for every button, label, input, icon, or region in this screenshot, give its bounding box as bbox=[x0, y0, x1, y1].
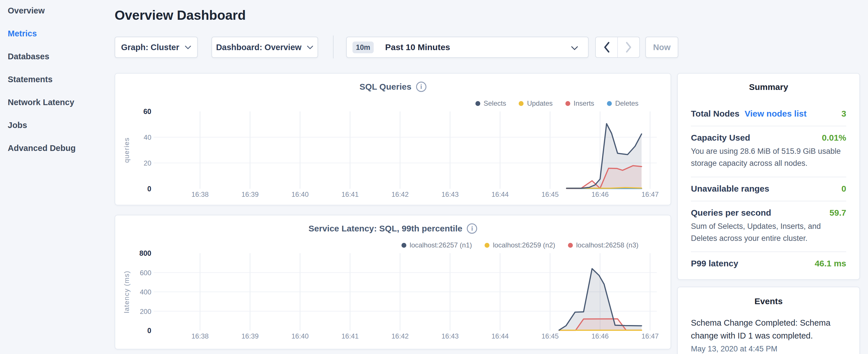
summary-row-total-nodes: Total Nodes View nodes list 3 bbox=[691, 102, 846, 126]
legend-dot bbox=[565, 101, 570, 106]
legend-label: Selects bbox=[484, 99, 506, 107]
svg-text:16:42: 16:42 bbox=[392, 190, 409, 198]
svg-text:16:39: 16:39 bbox=[241, 190, 258, 198]
sidebar-item-network-latency[interactable]: Network Latency bbox=[8, 97, 74, 108]
legend-label: localhost:26257 (n1) bbox=[410, 241, 472, 249]
svg-text:16:43: 16:43 bbox=[441, 332, 459, 340]
sidebar-item-databases[interactable]: Databases bbox=[8, 51, 49, 62]
svg-text:16:41: 16:41 bbox=[341, 190, 359, 198]
time-range-selector[interactable]: 10m Past 10 Minutes bbox=[346, 37, 589, 58]
event-text: Schema Change Completed: Schema change w… bbox=[691, 317, 846, 342]
summary-desc: Sum of Selects, Updates, Inserts, and De… bbox=[691, 221, 846, 245]
controls-divider bbox=[333, 35, 334, 58]
sql-queries-plot: 16:3816:3916:4016:4116:4216:4316:4416:45… bbox=[115, 74, 672, 205]
sql-queries-chart-card: SQL Queries i Selects Updates Inserts De… bbox=[115, 73, 671, 205]
svg-text:16:47: 16:47 bbox=[641, 332, 658, 340]
summary-label: Capacity Used bbox=[691, 133, 750, 142]
chevron-down-icon bbox=[571, 46, 578, 51]
sidebar-item-advanced-debug[interactable]: Advanced Debug bbox=[8, 142, 76, 154]
now-button[interactable]: Now bbox=[645, 37, 678, 58]
svg-text:600: 600 bbox=[140, 269, 151, 277]
svg-text:16:45: 16:45 bbox=[541, 332, 559, 340]
summary-row-p99-latency: P99 latency 46.1 ms bbox=[691, 252, 846, 276]
sidebar: Overview Metrics Databases Statements Ne… bbox=[0, 0, 115, 354]
svg-text:16:44: 16:44 bbox=[492, 332, 509, 340]
time-range-badge: 10m bbox=[352, 41, 374, 53]
chevron-right-icon bbox=[626, 42, 632, 53]
summary-row-capacity-used: Capacity Used 0.01% You are using 28.6 M… bbox=[691, 126, 846, 177]
time-next-button[interactable] bbox=[617, 37, 639, 57]
svg-text:16:39: 16:39 bbox=[241, 332, 258, 340]
dashboard-dropdown[interactable]: Dashboard: Overview bbox=[212, 37, 318, 58]
graph-dropdown[interactable]: Graph: Cluster bbox=[115, 37, 198, 58]
legend-dot bbox=[568, 243, 573, 248]
summary-label: Unavailable ranges bbox=[691, 184, 769, 194]
summary-value: 3 bbox=[841, 109, 846, 119]
chevron-down-icon bbox=[307, 45, 313, 50]
summary-value: 59.7 bbox=[830, 208, 846, 218]
legend-item: localhost:26258 (n3) bbox=[568, 241, 639, 249]
svg-text:16:45: 16:45 bbox=[541, 190, 559, 198]
chevron-left-icon bbox=[603, 42, 610, 53]
legend-item: Deletes bbox=[607, 99, 639, 107]
summary-row-unavailable-ranges: Unavailable ranges 0 bbox=[691, 177, 846, 201]
time-prev-button[interactable] bbox=[596, 37, 617, 57]
svg-text:200: 200 bbox=[140, 308, 151, 315]
sidebar-item-jobs[interactable]: Jobs bbox=[8, 120, 27, 131]
chart-title: SQL Queries bbox=[359, 82, 411, 92]
events-panel: Events Schema Change Completed: Schema c… bbox=[677, 287, 860, 354]
legend-item: Inserts bbox=[565, 99, 594, 107]
legend-label: localhost:26259 (n2) bbox=[493, 241, 555, 249]
time-nav-group bbox=[595, 37, 640, 58]
svg-text:20: 20 bbox=[144, 159, 151, 167]
summary-label: P99 latency bbox=[691, 259, 738, 268]
svg-text:16:40: 16:40 bbox=[291, 190, 309, 198]
svg-text:0: 0 bbox=[147, 326, 151, 334]
info-icon[interactable]: i bbox=[416, 82, 426, 92]
legend-item: Selects bbox=[475, 99, 506, 107]
event-item[interactable]: Schema Change Completed: Schema change w… bbox=[691, 317, 846, 353]
svg-text:16:44: 16:44 bbox=[492, 190, 509, 198]
svg-text:16:40: 16:40 bbox=[291, 332, 309, 340]
chart-legend: localhost:26257 (n1) localhost:26259 (n2… bbox=[401, 241, 639, 249]
svg-text:0: 0 bbox=[147, 185, 151, 193]
legend-label: Updates bbox=[527, 99, 553, 107]
svg-text:16:46: 16:46 bbox=[591, 332, 609, 340]
summary-desc: You are using 28.6 MiB of 515.9 GiB usab… bbox=[691, 146, 846, 169]
svg-text:400: 400 bbox=[140, 288, 151, 296]
info-icon[interactable]: i bbox=[467, 223, 477, 234]
sidebar-item-overview[interactable]: Overview bbox=[8, 5, 45, 16]
summary-row-queries-per-second: Queries per second 59.7 Sum of Selects, … bbox=[691, 201, 846, 252]
summary-label: Queries per second bbox=[691, 208, 771, 218]
svg-text:16:38: 16:38 bbox=[191, 332, 209, 340]
view-nodes-list-link[interactable]: View nodes list bbox=[744, 109, 806, 119]
svg-text:60: 60 bbox=[143, 107, 151, 116]
summary-value: 46.1 ms bbox=[815, 259, 846, 268]
summary-title: Summary bbox=[691, 82, 846, 92]
service-latency-chart-card: Service Latency: SQL, 99th percentile i … bbox=[115, 215, 671, 349]
sidebar-item-statements[interactable]: Statements bbox=[8, 74, 53, 85]
svg-text:40: 40 bbox=[144, 133, 151, 141]
svg-text:16:43: 16:43 bbox=[441, 190, 459, 198]
time-range-label: Past 10 Minutes bbox=[385, 42, 450, 52]
svg-text:16:42: 16:42 bbox=[392, 332, 409, 340]
legend-label: localhost:26258 (n3) bbox=[576, 241, 639, 249]
legend-item: Updates bbox=[519, 99, 553, 107]
svg-text:16:38: 16:38 bbox=[191, 190, 209, 198]
svg-text:800: 800 bbox=[139, 249, 151, 257]
legend-dot bbox=[401, 243, 406, 248]
sidebar-item-metrics[interactable]: Metrics bbox=[8, 28, 37, 39]
summary-panel: Summary Total Nodes View nodes list 3 Ca… bbox=[677, 73, 860, 280]
chart-legend: Selects Updates Inserts Deletes bbox=[475, 99, 639, 107]
legend-dot bbox=[475, 101, 480, 106]
events-title: Events bbox=[691, 296, 846, 306]
legend-item: localhost:26257 (n1) bbox=[401, 241, 472, 249]
legend-dot bbox=[519, 101, 524, 106]
svg-text:queries: queries bbox=[123, 137, 130, 163]
legend-dot bbox=[607, 101, 612, 106]
svg-text:16:47: 16:47 bbox=[641, 190, 658, 198]
event-time: May 13, 2020 at 4:45 PM bbox=[691, 345, 846, 353]
svg-text:latency (ms): latency (ms) bbox=[123, 271, 130, 313]
summary-label: Total Nodes bbox=[691, 109, 739, 119]
summary-value: 0.01% bbox=[822, 133, 846, 142]
